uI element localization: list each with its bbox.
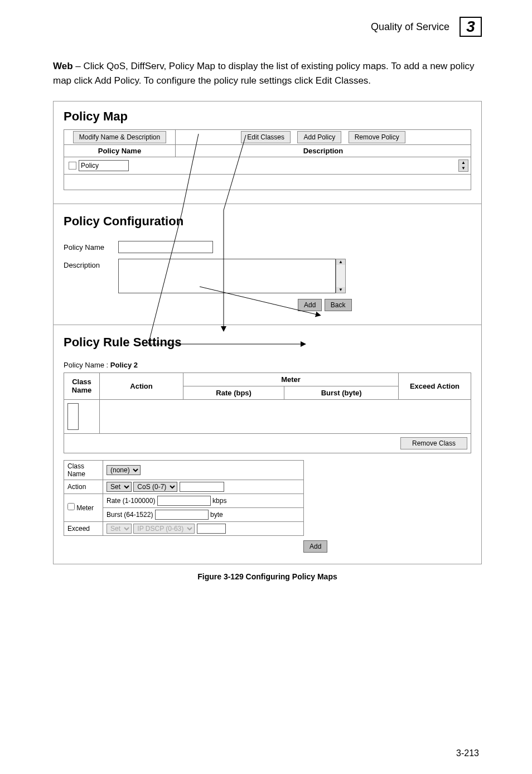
empty-class-cell [64,399,100,433]
scroll-up-icon[interactable]: ▲ [459,160,468,166]
rule-add-button[interactable]: Add [303,540,327,553]
row-checkbox[interactable] [69,162,76,170]
action-value-input[interactable] [180,482,224,492]
scroll-down-icon[interactable]: ▼ [459,166,468,171]
intro-paragraph: Web – Click QoS, DiffServ, Policy Map to… [53,59,482,89]
rate-input[interactable] [157,496,211,506]
policy-row: ▲▼ [66,159,468,172]
config-add-button[interactable]: Add [298,299,322,311]
config-name-row: Policy Name [64,241,471,253]
desc-scrollbar[interactable]: ▲▼ [458,159,468,172]
divider [54,204,481,204]
config-back-button[interactable]: Back [325,299,352,311]
col-description: Description [176,144,471,157]
action-type-select[interactable]: CoS (0-7) [133,482,177,492]
rate-unit: kbps [212,497,226,505]
config-desc-label: Description [64,259,118,269]
form-action-label: Action [64,480,103,494]
burst-label: Burst (64-1522) [107,511,153,519]
edit-classes-button[interactable]: Edit Classes [241,131,291,143]
col-rate: Rate (bps) [183,386,284,399]
burst-unit: byte [210,511,223,519]
col-class-name: Class Name [64,373,100,399]
scroll-up-icon[interactable]: ▲ [336,259,345,265]
policy-config-title: Policy Configuration [64,214,471,229]
chapter-number: 3 [460,17,482,37]
col-action: Action [100,373,183,399]
intro-text: – Click QoS, DiffServ, Policy Map to dis… [53,61,475,86]
burst-input[interactable] [155,510,209,520]
meter-checkbox[interactable] [67,503,75,510]
add-policy-button[interactable]: Add Policy [297,131,341,143]
intro-lead: Web [53,61,73,71]
config-desc-textarea[interactable] [118,259,336,293]
exceed-value-input[interactable] [197,524,226,534]
screenshot-frame: Policy Map Modify Name & Description Edi… [53,101,482,564]
remove-policy-button[interactable]: Remove Policy [349,131,405,143]
policy-name-input[interactable] [79,160,129,171]
policy-rule-table: Class Name Action Meter Exceed Action Ra… [64,373,471,453]
divider [54,325,481,325]
figure-caption: Figure 3-129 Configuring Policy Maps [53,572,482,581]
col-meter: Meter [183,373,399,386]
empty-select-box[interactable] [67,403,79,430]
form-meter-label: Meter [76,504,94,512]
scroll-track[interactable] [336,265,345,287]
policy-rule-name-label: Policy Name : [64,361,110,369]
config-desc-row: Description ▲▼ [64,259,471,293]
policy-rule-name-value: Policy 2 [110,361,138,369]
action-set-select[interactable]: Set [107,482,132,492]
scroll-down-icon[interactable]: ▼ [336,287,345,293]
rate-label: Rate (1-100000) [107,497,155,505]
modify-name-button[interactable]: Modify Name & Description [73,131,166,143]
desc-scrollbar-2[interactable]: ▲▼ [336,259,346,293]
section-title: Quality of Service [371,21,449,33]
form-class-label: Class Name [64,460,103,480]
class-name-select[interactable]: (none) [107,465,141,475]
exceed-type-select[interactable]: IP DSCP (0-63) [133,524,195,534]
rule-form-table: Class Name (none) Action Set CoS (0-7) M… [64,460,304,536]
page-number: 3-213 [456,748,479,758]
remove-class-button[interactable]: Remove Class [400,437,467,449]
exceed-set-select[interactable]: Set [107,524,132,534]
policy-map-toolbar-table: Modify Name & Description Edit Classes A… [64,129,471,190]
col-policy-name: Policy Name [64,144,176,157]
policy-map-title: Policy Map [64,109,471,124]
col-exceed: Exceed Action [399,373,471,399]
form-exceed-label: Exceed [64,521,103,535]
config-name-label: Policy Name [64,241,118,251]
policy-rule-title: Policy Rule Settings [64,335,471,350]
policy-rule-name-line: Policy Name : Policy 2 [64,361,471,369]
config-name-input[interactable] [118,241,213,253]
col-burst: Burst (byte) [284,386,399,399]
